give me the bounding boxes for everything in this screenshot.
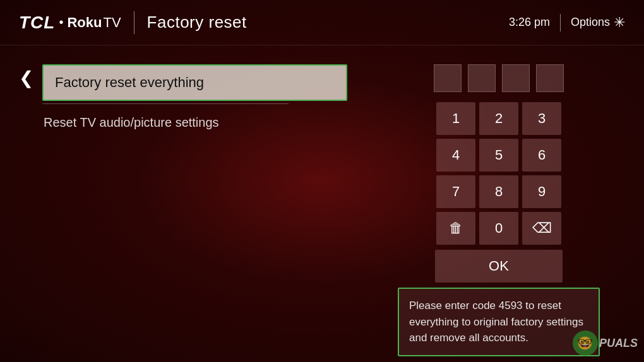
pin-box-1 bbox=[434, 64, 462, 92]
back-nav: ❮ Factory reset everything Reset TV audi… bbox=[19, 64, 347, 139]
options-button[interactable]: Options ✳ bbox=[571, 15, 625, 31]
watermark: 🤓 PUALS bbox=[573, 330, 638, 356]
numpad-clear[interactable]: 🗑 bbox=[436, 212, 475, 245]
numpad-6[interactable]: 6 bbox=[522, 139, 561, 172]
pin-box-4 bbox=[536, 64, 564, 92]
numpad-5[interactable]: 5 bbox=[479, 139, 518, 172]
menu-item-factory-reset-everything[interactable]: Factory reset everything bbox=[42, 64, 347, 101]
tv-text: TV bbox=[103, 15, 121, 31]
main-content: ❮ Factory reset everything Reset TV audi… bbox=[0, 45, 644, 362]
numpad-4[interactable]: 4 bbox=[436, 139, 475, 172]
back-arrow[interactable]: ❮ bbox=[19, 69, 33, 87]
numpad-2[interactable]: 2 bbox=[479, 102, 518, 135]
info-box: Please enter code 4593 to reset everythi… bbox=[398, 288, 600, 356]
numpad-3[interactable]: 3 bbox=[522, 102, 561, 135]
roku-logo: Roku TV bbox=[67, 15, 121, 31]
numpad-0[interactable]: 0 bbox=[479, 212, 518, 245]
right-panel: 1 2 3 4 5 6 7 8 9 🗑 0 ⌫ OK Please enter … bbox=[373, 58, 625, 356]
watermark-text: PUALS bbox=[599, 337, 638, 350]
numpad: 1 2 3 4 5 6 7 8 9 🗑 0 ⌫ bbox=[436, 102, 561, 245]
tcl-logo: TCL bbox=[19, 13, 55, 33]
header-logo-divider bbox=[134, 11, 134, 34]
numpad-1[interactable]: 1 bbox=[436, 102, 475, 135]
page-title: Factory reset bbox=[147, 13, 247, 32]
pin-box-2 bbox=[468, 64, 496, 92]
roku-text: Roku bbox=[67, 15, 102, 31]
numpad-9[interactable]: 9 bbox=[522, 175, 561, 208]
pin-box-3 bbox=[502, 64, 530, 92]
menu-item-reset-av[interactable]: Reset TV audio/picture settings bbox=[42, 107, 347, 139]
options-icon: ✳ bbox=[614, 15, 625, 31]
watermark-icon: 🤓 bbox=[573, 330, 598, 356]
pin-display bbox=[434, 64, 564, 92]
numpad-7[interactable]: 7 bbox=[436, 175, 475, 208]
left-panel: ❮ Factory reset everything Reset TV audi… bbox=[19, 58, 347, 356]
ok-button[interactable]: OK bbox=[435, 250, 563, 283]
numpad-backspace[interactable]: ⌫ bbox=[522, 212, 561, 245]
options-label: Options bbox=[571, 16, 610, 29]
header-right: 3:26 pm Options ✳ bbox=[509, 14, 625, 32]
time-display: 3:26 pm bbox=[509, 16, 550, 29]
logo-area: TCL • Roku TV Factory reset bbox=[19, 11, 247, 34]
numpad-8[interactable]: 8 bbox=[479, 175, 518, 208]
header: TCL • Roku TV Factory reset 3:26 pm Opti… bbox=[0, 0, 644, 45]
header-right-divider bbox=[560, 14, 561, 32]
menu-items: Factory reset everything Reset TV audio/… bbox=[42, 64, 347, 139]
logo-dot: • bbox=[59, 15, 63, 30]
menu-separator bbox=[42, 103, 289, 104]
